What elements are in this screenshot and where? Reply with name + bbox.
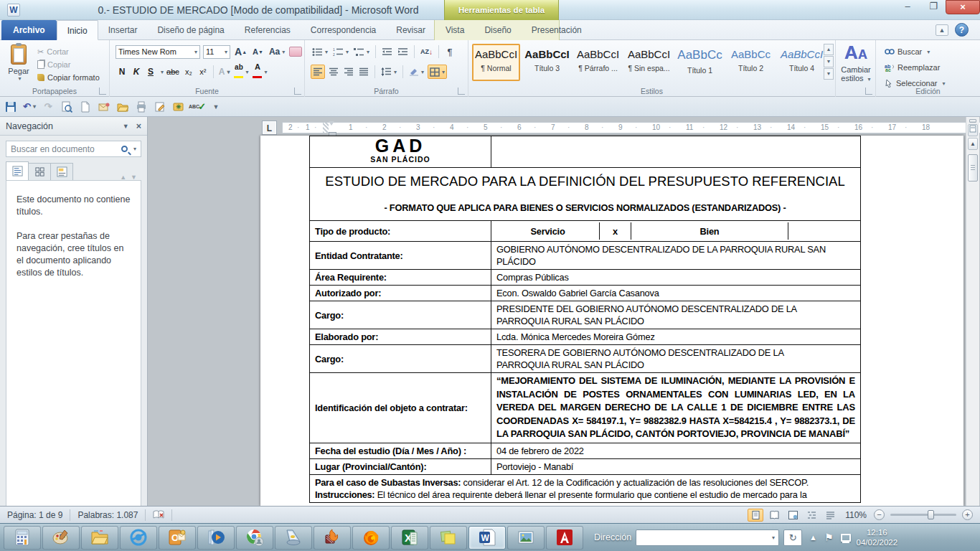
zoom-level[interactable]: 110% [845,510,867,520]
style-titulo4[interactable]: AaBbCcITítulo 4 [778,44,826,81]
folder-options-icon[interactable]: ✳ [172,100,185,113]
replace-button[interactable]: abacReemplazar [885,61,946,74]
parrafo-dialog-launcher-icon[interactable] [458,88,465,95]
taskbar-media-player-icon[interactable] [197,526,235,550]
taskbar-nero-icon[interactable] [314,526,351,550]
tab-inicio[interactable]: Inicio [57,20,98,40]
styles-gallery-expand-icon[interactable]: ▼ [824,68,834,80]
split-handle[interactable] [969,119,976,123]
qat-overflow-icon[interactable]: ▼ [209,100,222,113]
justify-button[interactable] [357,65,370,79]
address-input[interactable]: ▾ [636,529,779,546]
tab-referencias[interactable]: Referencias [235,20,301,40]
restore-button[interactable]: ❐ [921,0,946,14]
page-indicator[interactable]: Página: 1 de 9 [0,509,70,521]
multilevel-list-button[interactable]: ▾ [352,44,371,59]
styles-scroll-down-icon[interactable]: ▼ [824,56,834,67]
grow-font-button[interactable]: A▲ [233,44,248,59]
taskbar-clock[interactable]: 12:16 04/02/2022 [857,527,903,547]
save-icon[interactable] [4,100,17,113]
taskbar-paint-icon[interactable] [42,526,80,550]
show-hidden-icons[interactable]: ▲ [809,533,817,542]
spellcheck-icon[interactable]: ABC✓ [191,100,204,113]
horizontal-ruler[interactable]: 21··1·2·3·4·5·6·7·8·9·10·11·12·13·14·15·… [282,122,980,133]
word-app-icon[interactable]: W [7,4,20,17]
numbering-button[interactable]: 12▾ [331,44,350,59]
ruler-toggle-icon[interactable] [968,124,978,136]
change-styles-button[interactable]: AA Cambiar estilos ▾ [839,42,872,90]
network-icon[interactable] [841,534,851,542]
styles-scroll-up-icon[interactable]: ▲ [824,44,834,55]
zoom-slider-thumb[interactable] [928,510,934,519]
taskbar-firefox-icon[interactable] [352,526,390,550]
font-name-combobox[interactable]: Times New Rom▾ [116,45,200,59]
document-page[interactable]: GAD SAN PLÁCIDO ESTUDIO DE MERCADO PARA … [260,136,963,506]
style-sin-espaciado[interactable]: AaBbCcI¶ Sin espa... [625,44,673,81]
highlight-color-button[interactable]: ab▾ [232,65,250,79]
line-spacing-button[interactable]: ▾ [380,65,398,79]
underline-caret-icon[interactable]: ▾ [161,69,164,75]
vertical-scrollbar[interactable]: ▲ [966,117,979,506]
taskbar-outlook-icon[interactable]: O [159,526,196,550]
word-count[interactable]: Palabras: 1.087 [70,509,146,521]
nav-tab-pages[interactable] [28,163,51,181]
search-icon[interactable] [121,146,128,152]
shading-button[interactable]: ▾ [407,65,425,79]
taskbar-calculator-icon[interactable] [4,526,41,550]
portapapeles-dialog-launcher-icon[interactable] [99,88,106,95]
clear-formatting-icon[interactable] [289,47,302,57]
close-button[interactable]: × [946,0,980,14]
help-icon[interactable]: ? [955,23,969,37]
print-preview-icon[interactable] [60,100,73,113]
style-titulo3[interactable]: AaBbCcITítulo 3 [523,44,571,81]
align-center-button[interactable] [327,65,340,79]
estilos-dialog-launcher-icon[interactable] [865,88,872,95]
align-right-button[interactable] [342,65,355,79]
scrollbar-thumb[interactable] [968,154,978,182]
align-left-button[interactable] [311,65,325,79]
font-size-combobox[interactable]: 11▾ [203,45,230,59]
undo-icon[interactable]: ↶▾ [23,100,36,113]
taskbar-excel-icon[interactable]: X [391,526,428,550]
new-document-icon[interactable] [79,100,92,113]
web-layout-view-icon[interactable] [785,509,801,522]
tab-diseno-pagina[interactable]: Diseño de página [147,20,234,40]
borders-button[interactable]: ▾ [428,65,447,79]
tab-archivo[interactable]: Archivo [1,20,57,40]
taskbar-photo-viewer-icon[interactable] [507,526,545,550]
cut-button[interactable]: ✂Cortar [37,45,100,58]
fullscreen-reading-view-icon[interactable] [766,509,782,522]
taskbar-scanner-icon[interactable] [275,526,312,550]
print-layout-view-icon[interactable] [748,509,763,522]
bold-button[interactable]: N [116,65,128,79]
indent-marker-icon[interactable] [329,121,335,136]
action-center-flag-icon[interactable]: ⚑ [824,532,834,543]
nav-tab-results[interactable] [50,163,73,181]
taskbar-explorer-icon[interactable] [81,526,118,550]
outline-view-icon[interactable] [804,509,819,522]
style-parrafo[interactable]: AaBbCcI¶ Párrafo ... [574,44,622,81]
zoom-slider[interactable] [890,514,956,516]
show-paragraph-marks-button[interactable]: ¶ [443,44,456,59]
taskbar-autocad-icon[interactable] [546,526,583,550]
shrink-font-button[interactable]: A▼ [251,44,265,59]
text-effects-button[interactable]: A▾ [217,65,232,79]
zoom-in-icon[interactable]: + [962,509,973,520]
change-case-button[interactable]: Aa▾ [268,44,286,59]
collapse-ribbon-icon[interactable]: ▲ [936,24,948,36]
minimize-button[interactable]: – [895,0,920,14]
subscript-button[interactable]: x₂ [182,65,195,79]
italic-button[interactable]: K [130,65,143,79]
edit-document-icon[interactable] [154,100,166,113]
search-input[interactable]: Buscar en documento ▾ [6,141,141,157]
superscript-button[interactable]: x² [197,65,209,79]
sort-button[interactable]: AZ↓ [419,44,434,59]
navigation-pane-close-icon[interactable]: × [136,121,141,131]
tab-correspondencia[interactable]: Correspondencia [301,20,386,40]
increase-indent-button[interactable] [396,44,410,59]
tab-stop-selector[interactable]: L [262,121,277,135]
strikethrough-button[interactable]: abc [165,65,181,79]
open-folder-icon[interactable] [116,100,129,113]
nav-tab-headings[interactable] [6,161,29,181]
tab-insertar[interactable]: Insertar [98,20,148,40]
